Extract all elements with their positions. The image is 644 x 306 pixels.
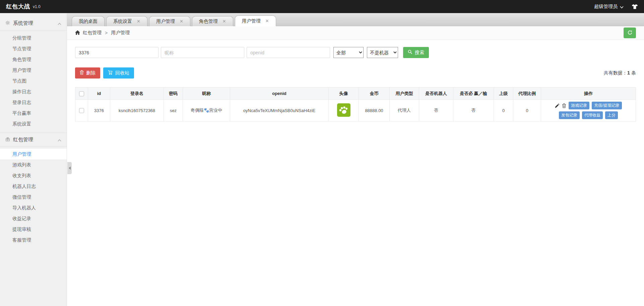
tab-close-icon[interactable]: ✕ — [222, 19, 226, 23]
sidebar-item-customer-service[interactable]: 客服管理 — [0, 235, 67, 245]
sidebar-item-income-expense-list[interactable]: 收支列表 — [0, 170, 67, 181]
user-menu[interactable]: 超级管理员 — [594, 4, 624, 10]
chevron-left-icon — [69, 166, 71, 170]
tab-close-icon[interactable]: ✕ — [180, 19, 183, 23]
sidebar-item-role-management[interactable]: 角色管理 — [0, 54, 67, 65]
header-user-type: 用户类型 — [390, 88, 419, 100]
user-table: id 登录名 密码 昵称 openid 头像 金币 用户类型 是否机器人 是否必… — [75, 87, 636, 121]
tab-role-management[interactable]: 角色管理 ✕ — [192, 16, 233, 26]
openid-input[interactable] — [247, 47, 330, 58]
total-count-text: 共有数据：1 条 — [604, 70, 636, 76]
tab-close-icon[interactable]: ✕ — [265, 19, 269, 23]
tab-user-management-2[interactable]: 用户管理 ✕ — [235, 15, 276, 26]
header-operations: 操作 — [541, 88, 636, 100]
action-recharge-withdraw-records[interactable]: 充值/提现记录 — [592, 102, 622, 109]
sidebar-item-robot-log[interactable]: 机器人日志 — [0, 181, 67, 192]
sidebar-item-platform-winrate[interactable]: 平台赢率 — [0, 108, 67, 118]
sidebar-item-import-robot[interactable]: 导入机器人 — [0, 202, 67, 213]
sidebar-item-system-settings[interactable]: 系统设置 — [0, 118, 67, 129]
refresh-button[interactable] — [624, 28, 636, 38]
edit-pencil-icon[interactable] — [555, 103, 560, 108]
breadcrumb-root[interactable]: 红包管理 — [83, 30, 102, 36]
sidebar-item-game-list[interactable]: 游戏列表 — [0, 159, 67, 170]
chevron-up-icon — [58, 137, 61, 143]
sidebar-item-node-map[interactable]: 节点图 — [0, 75, 67, 86]
app-title: 红包大战 — [6, 3, 30, 10]
row-delete-trash-icon[interactable] — [562, 103, 566, 108]
tab-my-desktop[interactable]: 我的桌面 — [72, 16, 105, 26]
search-button[interactable]: 搜索 — [403, 47, 429, 58]
cell-nickname: 奇偶猫🐾营业中 — [183, 100, 230, 121]
gift-icon — [5, 137, 10, 143]
header-openid: openid — [230, 88, 329, 100]
sidebar-item-withdraw-review[interactable]: 提现审核 — [0, 224, 67, 235]
section-label: 系统管理 — [13, 20, 33, 27]
cell-password: sez — [164, 100, 183, 121]
nickname-input[interactable] — [161, 47, 244, 58]
user-id-input[interactable] — [75, 47, 158, 58]
action-game-records[interactable]: 游戏记录 — [569, 102, 589, 109]
tab-label: 系统设置 — [113, 18, 132, 24]
header-agent-ratio: 代理比例 — [513, 88, 541, 100]
action-send-packet-records[interactable]: 发包记录 — [559, 111, 580, 119]
recycle-button[interactable]: 回收站 — [103, 67, 134, 79]
sidebar-item-login-log[interactable]: 登录日志 — [0, 97, 67, 108]
topbar: 红包大战 v1.0 超级管理员 — [0, 0, 644, 13]
breadcrumb-separator: > — [105, 30, 108, 36]
cell-parent: 0 — [494, 100, 513, 121]
search-button-label: 搜索 — [415, 50, 424, 56]
sidebar-item-rp-user-management[interactable]: 用户管理 — [0, 149, 67, 159]
robot-select[interactable]: 不是机器 — [367, 47, 398, 58]
recycle-button-label: 回收站 — [115, 70, 129, 76]
cell-user-type: 代理人 — [390, 100, 419, 121]
search-form: 全部 不是机器 搜索 — [75, 47, 636, 58]
table-header-row: id 登录名 密码 昵称 openid 头像 金币 用户类型 是否机器人 是否必… — [75, 88, 636, 100]
sidebar-item-operation-log[interactable]: 操作日志 — [0, 86, 67, 97]
sidebar-item-wechat-management[interactable]: 微信管理 — [0, 192, 67, 202]
section-label: 红包管理 — [13, 137, 33, 143]
sidebar-section-redpacket[interactable]: 红包管理 — [0, 133, 67, 147]
total-count: 1 — [627, 70, 630, 75]
cell-login: ksnclh1607572368 — [110, 100, 164, 121]
paw-avatar-image — [337, 103, 350, 117]
sidebar-section-system[interactable]: 系统管理 — [0, 16, 67, 31]
cart-icon — [108, 70, 113, 76]
action-agent-income[interactable]: 代理收益 — [582, 111, 603, 119]
header-id: id — [88, 88, 110, 100]
sidebar-collapse-handle[interactable] — [67, 162, 72, 174]
search-icon — [408, 50, 412, 55]
action-add-score[interactable]: 上分 — [605, 111, 618, 119]
cell-agent-ratio: 0 — [513, 100, 541, 121]
tab-label: 用户管理 — [156, 18, 175, 24]
row-checkbox[interactable] — [79, 108, 84, 113]
sidebar-item-node-management[interactable]: 节点管理 — [0, 43, 67, 54]
user-type-select[interactable]: 全部 — [333, 47, 364, 58]
header-parent: 上级 — [494, 88, 513, 100]
tab-close-icon[interactable]: ✕ — [137, 19, 140, 23]
header-checkbox-cell — [75, 88, 88, 100]
user-name: 超级管理员 — [594, 4, 618, 10]
sidebar-item-sys-user-management[interactable]: 用户管理 — [0, 65, 67, 75]
tab-system-settings[interactable]: 系统设置 ✕ — [106, 16, 147, 26]
header-checkbox[interactable] — [79, 91, 84, 96]
chevron-up-icon — [58, 20, 61, 26]
total-prefix: 共有数据： — [604, 70, 627, 75]
header-login: 登录名 — [110, 88, 164, 100]
cell-checkbox — [75, 100, 88, 121]
trash-icon — [80, 70, 84, 76]
toolbar: 删除 回收站 共有数据：1 条 — [75, 67, 636, 79]
delete-button[interactable]: 删除 — [75, 67, 100, 79]
sidebar-item-income-records[interactable]: 收益记录 — [0, 213, 67, 224]
tab-user-management-1[interactable]: 用户管理 ✕ — [149, 16, 190, 26]
header-password: 密码 — [164, 88, 183, 100]
header-is-robot: 是否机器人 — [419, 88, 453, 100]
header-must-win: 是否必 赢／输 — [453, 88, 494, 100]
sidebar-item-group-management[interactable]: 分组管理 — [0, 33, 67, 43]
header-gold: 金币 — [359, 88, 390, 100]
home-icon — [75, 30, 80, 36]
header-avatar: 头像 — [329, 88, 359, 100]
breadcrumb-current: 用户管理 — [111, 30, 130, 36]
gear-icon — [5, 20, 10, 26]
skin-tshirt-icon[interactable] — [632, 4, 638, 9]
breadcrumb-bar: 红包管理 > 用户管理 — [67, 26, 644, 40]
